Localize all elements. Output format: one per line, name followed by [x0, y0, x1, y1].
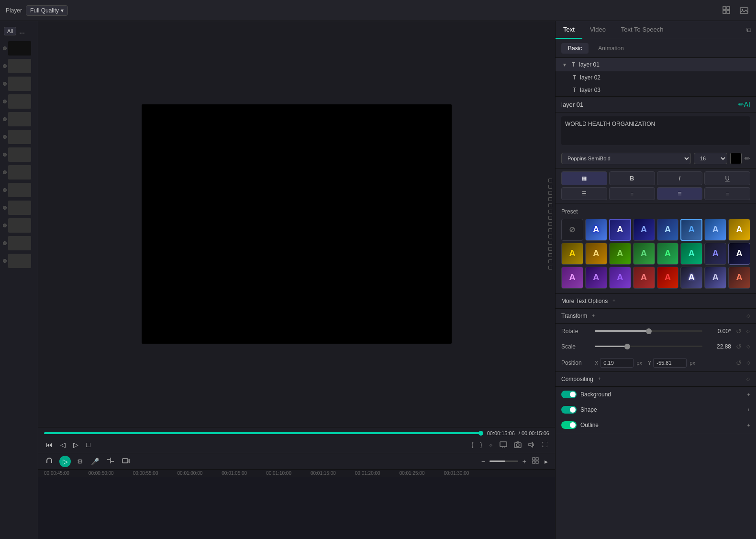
preset-item-14[interactable]: A [704, 243, 726, 265]
skip-back-btn[interactable]: ⏮ [44, 440, 55, 449]
transform-header[interactable]: Transform + ◇ [556, 309, 756, 324]
magnet-btn[interactable] [44, 455, 55, 467]
scale-reset-btn[interactable]: ↺ [736, 343, 742, 350]
preset-item-4[interactable]: A [657, 219, 679, 241]
progress-bar[interactable] [44, 432, 483, 434]
grid-view-btn[interactable] [721, 4, 733, 17]
monitor-btn[interactable] [498, 439, 509, 450]
preset-item-6[interactable]: A [704, 219, 726, 241]
stop-btn[interactable]: □ [84, 440, 92, 449]
sub-tab-basic[interactable]: Basic [561, 43, 589, 54]
list-item[interactable] [0, 253, 38, 269]
fullscreen-btn[interactable]: ⛶ [540, 439, 549, 450]
more-tl-btn[interactable]: ▸ [543, 456, 549, 467]
list-item[interactable] [0, 58, 38, 74]
all-filter-btn[interactable]: All [4, 27, 16, 35]
preset-item-23[interactable]: A [728, 267, 750, 289]
list-item[interactable] [0, 182, 38, 198]
more-text-options-header[interactable]: More Text Options + [556, 294, 756, 309]
layer-collapse-btn[interactable]: ▼ [561, 62, 568, 67]
preset-item-3[interactable]: A [633, 219, 655, 241]
font-color-swatch[interactable] [730, 153, 742, 164]
list-item[interactable] [0, 40, 38, 56]
bracket-open-btn[interactable]: { [469, 439, 475, 450]
tab-text[interactable]: Text [556, 21, 582, 39]
list-item[interactable] [0, 217, 38, 234]
italic-btn[interactable]: I [657, 171, 703, 185]
align-center2-btn[interactable]: ≣ [657, 187, 703, 200]
layer-item-02[interactable]: T layer 02 [556, 71, 756, 84]
eyedropper-btn[interactable]: ✏ [745, 155, 750, 162]
preset-item-11[interactable]: A [633, 243, 655, 265]
tab-text-to-speech[interactable]: Text To Speech [613, 21, 671, 39]
align-right-btn[interactable]: ≡ [704, 187, 750, 200]
grid-tl-btn[interactable] [531, 456, 540, 467]
bracket-close-btn[interactable]: } [478, 439, 484, 450]
align-center-btn[interactable]: ≡ [609, 187, 655, 200]
preset-item-15[interactable]: A [728, 243, 750, 265]
layer-item-03[interactable]: T layer 03 [556, 84, 756, 96]
list-item[interactable] [0, 129, 38, 145]
text-content-area[interactable]: WORLD HEALTH ORGANIZATION [561, 116, 750, 145]
preset-item-17[interactable]: A [585, 267, 607, 289]
list-item[interactable] [0, 235, 38, 251]
preset-item-12[interactable]: A [657, 243, 679, 265]
compositing-header[interactable]: Compositing + ◇ [556, 372, 756, 387]
preset-item-9[interactable]: A [585, 243, 607, 265]
zoom-in-btn[interactable]: + [521, 456, 528, 467]
background-toggle[interactable] [561, 391, 577, 398]
camera-btn[interactable] [512, 439, 523, 450]
preset-item-20[interactable]: A [657, 267, 679, 289]
list-item[interactable] [0, 93, 38, 110]
text-case-btn[interactable]: ▦ [561, 171, 607, 185]
preset-none[interactable]: ⊘ [561, 219, 583, 241]
preset-item-18[interactable]: A [609, 267, 631, 289]
settings-btn[interactable]: ⚙ [76, 456, 85, 467]
audio-btn[interactable] [526, 439, 537, 450]
sub-tab-animation[interactable]: Animation [591, 43, 630, 54]
list-item[interactable] [0, 111, 38, 127]
preset-item-5[interactable]: A [680, 219, 702, 241]
preset-item-13[interactable]: A [680, 243, 702, 265]
quality-select[interactable]: Full Quality ▾ [26, 5, 68, 16]
preset-item-2[interactable]: A [609, 219, 631, 241]
tab-video[interactable]: Video [582, 21, 613, 39]
image-view-btn[interactable] [738, 4, 750, 17]
font-size-select[interactable]: 16 [694, 153, 727, 164]
preset-item-16[interactable]: A [561, 267, 583, 289]
shape-toggle[interactable] [561, 406, 577, 414]
position-x-input[interactable] [600, 358, 634, 368]
preset-item-21[interactable]: A [680, 267, 702, 289]
font-family-select[interactable]: Poppins SemiBold [561, 153, 691, 164]
camera-add-btn[interactable] [121, 455, 131, 467]
list-item[interactable] [0, 164, 38, 180]
step-back-btn[interactable]: ◁ [58, 440, 67, 449]
layer-item-01[interactable]: ▼ T layer 01 🗑 [556, 58, 756, 71]
scale-slider[interactable] [595, 346, 702, 347]
play-btn[interactable]: ▷ [71, 440, 80, 449]
rotate-reset-btn[interactable]: ↺ [736, 327, 742, 335]
list-item[interactable] [0, 76, 38, 92]
position-y-input[interactable] [653, 358, 687, 368]
rotate-slider[interactable] [595, 330, 702, 332]
preset-item-10[interactable]: A [609, 243, 631, 265]
list-item[interactable] [0, 200, 38, 216]
mic-btn[interactable]: 🎤 [89, 456, 100, 467]
preset-item-19[interactable]: A [633, 267, 655, 289]
preset-item-8[interactable]: A [561, 243, 583, 265]
split-btn[interactable] [105, 455, 116, 467]
align-left-btn[interactable]: ☰ [561, 187, 607, 200]
underline-btn[interactable]: U [704, 171, 750, 185]
more-options-btn[interactable]: ... [19, 27, 25, 35]
list-item[interactable] [0, 146, 38, 163]
zoom-slider[interactable] [489, 460, 518, 462]
preset-item-22[interactable]: A [704, 267, 726, 289]
outline-toggle[interactable] [561, 421, 577, 429]
copy-panel-btn[interactable]: ⧉ [742, 23, 756, 37]
play-head-btn[interactable]: ▷ [59, 456, 71, 467]
position-reset-btn[interactable]: ↺ [736, 359, 742, 367]
ai-edit-btn[interactable]: ✏AI [738, 101, 750, 108]
mark-in-btn[interactable]: ⬦ [487, 439, 495, 450]
preset-item-7[interactable]: A [728, 219, 750, 241]
zoom-out-btn[interactable]: − [480, 456, 487, 467]
